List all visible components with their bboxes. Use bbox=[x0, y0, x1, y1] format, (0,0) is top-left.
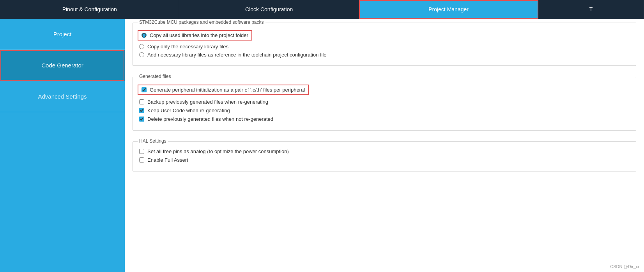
watermark: CSDN @Dir_xr bbox=[610, 264, 639, 269]
tab-project-manager[interactable]: Project Manager bbox=[359, 0, 538, 19]
sidebar-item-advanced-settings[interactable]: Advanced Settings bbox=[0, 81, 125, 112]
sidebar-item-code-generator[interactable]: Code Generator bbox=[0, 50, 125, 81]
content-area: STM32Cube MCU packages and embedded soft… bbox=[125, 19, 644, 272]
tab-tools-label: T bbox=[589, 6, 593, 12]
checkbox-set-free-pins[interactable]: Set all free pins as analog (to optimize… bbox=[139, 148, 630, 154]
tab-pinout[interactable]: Pinout & Configuration bbox=[0, 0, 179, 19]
sidebar-item-project-label: Project bbox=[53, 31, 72, 37]
header-tabs: Pinout & Configuration Clock Configurati… bbox=[0, 0, 644, 19]
radio-copy-all-input[interactable] bbox=[142, 33, 147, 38]
radio-copy-necessary-input[interactable] bbox=[139, 44, 144, 49]
checkbox-backup-files-input[interactable] bbox=[139, 99, 144, 104]
checkbox-delete-generated-input[interactable] bbox=[139, 117, 144, 122]
checkbox-delete-generated[interactable]: Delete previously generated files when n… bbox=[139, 116, 630, 122]
checkbox-enable-full-assert-label: Enable Full Assert bbox=[147, 157, 188, 163]
generated-files-legend: Generated files bbox=[138, 74, 172, 79]
tab-clock-label: Clock Configuration bbox=[245, 6, 293, 12]
radio-copy-all[interactable]: Copy all used libraries into the project… bbox=[139, 32, 251, 39]
tab-pinout-label: Pinout & Configuration bbox=[62, 6, 117, 12]
radio-copy-all-label: Copy all used libraries into the project… bbox=[150, 32, 248, 38]
radio-copy-necessary-label: Copy only the necessary library files bbox=[147, 44, 228, 49]
checkbox-keep-user-code[interactable]: Keep User Code when re-generating bbox=[139, 108, 630, 113]
generated-files-section: Generated files Generate peripheral init… bbox=[133, 77, 636, 131]
radio-add-reference-input[interactable] bbox=[139, 52, 144, 57]
sidebar-item-code-generator-label: Code Generator bbox=[41, 62, 83, 69]
tab-clock[interactable]: Clock Configuration bbox=[179, 0, 359, 19]
tab-tools[interactable]: T bbox=[538, 0, 644, 19]
stm32cube-section: STM32Cube MCU packages and embedded soft… bbox=[133, 23, 636, 66]
radio-copy-necessary[interactable]: Copy only the necessary library files bbox=[139, 44, 630, 49]
checkbox-keep-user-code-input[interactable] bbox=[139, 108, 144, 113]
checkbox-generate-peripheral-input[interactable] bbox=[142, 87, 147, 92]
sidebar-item-advanced-settings-label: Advanced Settings bbox=[38, 93, 87, 100]
radio-add-reference-label: Add necessary library files as reference… bbox=[147, 52, 327, 58]
radio-add-reference[interactable]: Add necessary library files as reference… bbox=[139, 52, 630, 58]
checkbox-set-free-pins-input[interactable] bbox=[139, 149, 144, 154]
checkbox-generate-peripheral[interactable]: Generate peripheral initialization as a … bbox=[139, 86, 307, 94]
stm32cube-legend: STM32Cube MCU packages and embedded soft… bbox=[138, 19, 265, 25]
checkbox-backup-files[interactable]: Backup previously generated files when r… bbox=[139, 99, 630, 105]
checkbox-generate-peripheral-label: Generate peripheral initialization as a … bbox=[150, 87, 305, 93]
checkbox-enable-full-assert-input[interactable] bbox=[139, 157, 144, 162]
sidebar: Project Code Generator Advanced Settings bbox=[0, 19, 125, 272]
checkbox-delete-generated-label: Delete previously generated files when n… bbox=[147, 116, 273, 122]
hal-settings-section: HAL Settings Set all free pins as analog… bbox=[133, 141, 636, 171]
sidebar-item-project[interactable]: Project bbox=[0, 19, 125, 50]
checkbox-set-free-pins-label: Set all free pins as analog (to optimize… bbox=[147, 148, 289, 154]
main-layout: Project Code Generator Advanced Settings… bbox=[0, 19, 644, 272]
hal-settings-legend: HAL Settings bbox=[138, 138, 168, 144]
checkbox-keep-user-code-label: Keep User Code when re-generating bbox=[147, 108, 230, 113]
tab-project-manager-label: Project Manager bbox=[428, 6, 469, 12]
checkbox-enable-full-assert[interactable]: Enable Full Assert bbox=[139, 157, 630, 163]
checkbox-backup-files-label: Backup previously generated files when r… bbox=[147, 99, 268, 105]
